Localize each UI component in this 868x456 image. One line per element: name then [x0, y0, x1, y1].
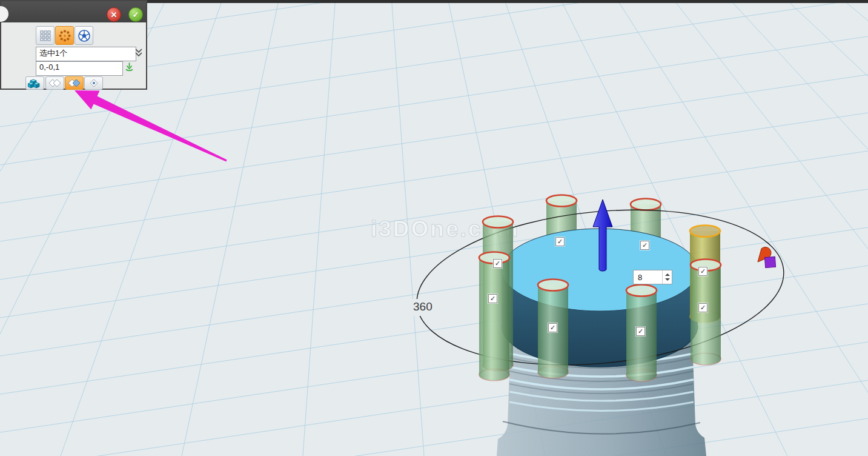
- instances-preview-button[interactable]: [25, 76, 44, 90]
- selection-input[interactable]: 选中1个: [36, 47, 136, 61]
- close-icon: ✕: [111, 10, 118, 19]
- spin-up-icon[interactable]: [665, 273, 670, 276]
- spacing-two-diamonds-icon: [48, 78, 62, 88]
- instance-checkbox[interactable]: ✓: [640, 241, 649, 250]
- linear-pattern-icon: [39, 30, 51, 42]
- sphere-pattern-button[interactable]: [75, 26, 93, 45]
- confirm-button[interactable]: ✓: [128, 7, 143, 22]
- cad-viewport: i3DOne.com: [0, 0, 868, 456]
- spacing-center-button[interactable]: [84, 76, 103, 90]
- pick-direction-icon[interactable]: [124, 62, 134, 75]
- check-icon: ✓: [133, 10, 139, 19]
- instances-cubes-icon: [28, 78, 42, 89]
- spacing-diamond-blue-icon: [68, 78, 81, 88]
- count-value[interactable]: 8: [634, 273, 662, 282]
- expand-chevron-icon[interactable]: [134, 48, 143, 60]
- dialog-handle-circle: [0, 6, 8, 22]
- instance-checkbox[interactable]: ✓: [548, 323, 557, 332]
- dialog-titlebar[interactable]: ✕ ✓: [1, 1, 146, 22]
- direction-input[interactable]: 0,-0,1: [36, 61, 123, 76]
- instance-checkbox[interactable]: ✓: [698, 303, 707, 312]
- angle-label: 360: [413, 300, 432, 314]
- instance-checkbox[interactable]: ✓: [488, 294, 497, 303]
- count-spinner[interactable]: 8: [633, 270, 672, 284]
- instance-checkbox[interactable]: ✓: [636, 327, 645, 336]
- spacing-direction-button[interactable]: [65, 76, 84, 90]
- instance-checkbox[interactable]: ✓: [493, 259, 502, 268]
- pattern-dialog: ✕ ✓: [0, 0, 147, 90]
- instance-checkbox[interactable]: ✓: [555, 237, 565, 246]
- spacing-even-button[interactable]: [45, 76, 64, 90]
- instance-checkbox[interactable]: ✓: [698, 267, 707, 276]
- linear-pattern-button[interactable]: [36, 26, 55, 45]
- sphere-pattern-icon: [78, 29, 91, 42]
- circular-pattern-icon: [58, 29, 71, 42]
- spin-down-icon[interactable]: [665, 278, 670, 281]
- circular-pattern-button[interactable]: [55, 26, 74, 45]
- spacing-diamond-inner-icon: [87, 78, 101, 88]
- cancel-button[interactable]: ✕: [107, 7, 121, 22]
